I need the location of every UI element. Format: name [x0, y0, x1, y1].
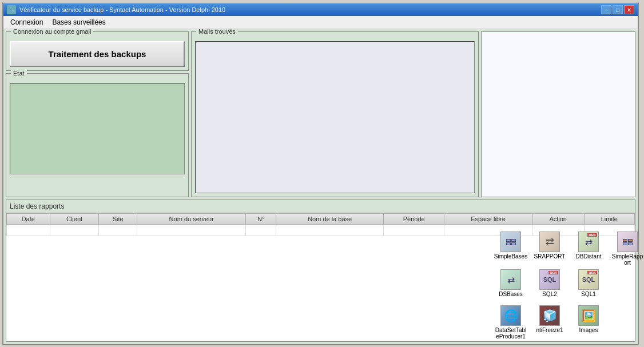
title-controls: − □ ✕ [601, 5, 634, 14]
icon-srapport2-label: SRAPPORT [534, 253, 566, 260]
col-client: Client [50, 214, 99, 225]
col-serveur: Nom du serveur [137, 214, 246, 225]
icon-datasettableproducer2-label: DataSetTableProducer1 [494, 327, 528, 340]
col-limite: Limite [584, 214, 634, 225]
etat-group: Etat [6, 73, 189, 197]
mails-group-label: Mails trouvés [196, 29, 238, 35]
col-num: N° [246, 214, 276, 225]
app-icon: 🔧 [7, 5, 16, 14]
menu-connexion[interactable]: Connexion [6, 17, 47, 27]
table-header-row: Date Client Site Nom du serveur N° Nom d… [7, 214, 635, 225]
icon-images2-label: Images [579, 327, 598, 333]
minimize-button[interactable]: − [601, 5, 611, 14]
icon-sql12[interactable]: DBX SQL SQL1 [571, 269, 606, 297]
col-periode: Période [384, 214, 444, 225]
etat-content [10, 83, 185, 174]
icon-antifreeze2[interactable]: 🧊 ntiFreeze1 [532, 305, 567, 340]
icon-dsbases2-label: DSBases [499, 291, 523, 297]
mails-panel: Mails trouvés [191, 31, 635, 197]
close-button[interactable]: ✕ [624, 5, 634, 14]
menu-bases-surveillees[interactable]: Bases surveillées [47, 17, 110, 27]
title-bar: 🔧 Vérificateur du service backup - Synta… [3, 3, 638, 16]
icon-sql22-label: SQL2 [542, 291, 557, 297]
connexion-group-label: Connexion au compte gmail [11, 29, 93, 35]
icon-datasettableproducer2[interactable]: 🌐 DataSetTableProducer1 [494, 305, 528, 340]
icon-simplebases2-label: SimpleBases [494, 253, 527, 260]
icon-srapport2[interactable]: ⇄ SRAPPORT [532, 232, 567, 266]
traitement-button[interactable]: Traitement des backups [10, 41, 185, 67]
left-panel: Connexion au compte gmail Traitement des… [6, 31, 189, 197]
icon-images2[interactable]: 🖼️ Images [571, 305, 606, 340]
title-bar-text: 🔧 Vérificateur du service backup - Synta… [7, 5, 225, 14]
connexion-group: Connexion au compte gmail Traitement des… [6, 31, 189, 71]
icon-dsbases2[interactable]: ⇄ DSBases [494, 269, 528, 297]
mails-list[interactable] [195, 41, 475, 193]
mails-group: Mails trouvés [191, 31, 479, 197]
mail-preview [481, 31, 635, 197]
top-section: Connexion au compte gmail Traitement des… [6, 31, 635, 197]
etat-group-label: Etat [11, 70, 27, 77]
icon-dbdistant2-label: DBDistant [575, 253, 601, 260]
col-base: Nom de la base [276, 214, 384, 225]
col-espace: Espace libre [444, 214, 532, 225]
col-date: Date [7, 214, 50, 225]
menu-bar: Connexion Bases surveillées [3, 16, 638, 29]
icon-simplebases2[interactable]: SimpleBases [494, 232, 528, 266]
icon-sql22[interactable]: DBX SQL SQL2 [532, 269, 567, 297]
list-header: Liste des rapports [6, 200, 635, 213]
maximize-button[interactable]: □ [613, 5, 623, 14]
col-site: Site [99, 214, 137, 225]
icon-simplerapport2[interactable]: SimpleRapport [610, 232, 644, 266]
window-title: Vérificateur du service backup - Syntact… [19, 6, 225, 13]
icon-dbdistant2[interactable]: DBX ⇄ DBDistant [571, 232, 606, 266]
col-action: Action [532, 214, 584, 225]
icon-antifreeze2-label: ntiFreeze1 [536, 327, 563, 333]
icon-simplerapport2-label: SimpleRapport [610, 253, 644, 266]
icon-sql12-label: SQL1 [581, 291, 596, 297]
